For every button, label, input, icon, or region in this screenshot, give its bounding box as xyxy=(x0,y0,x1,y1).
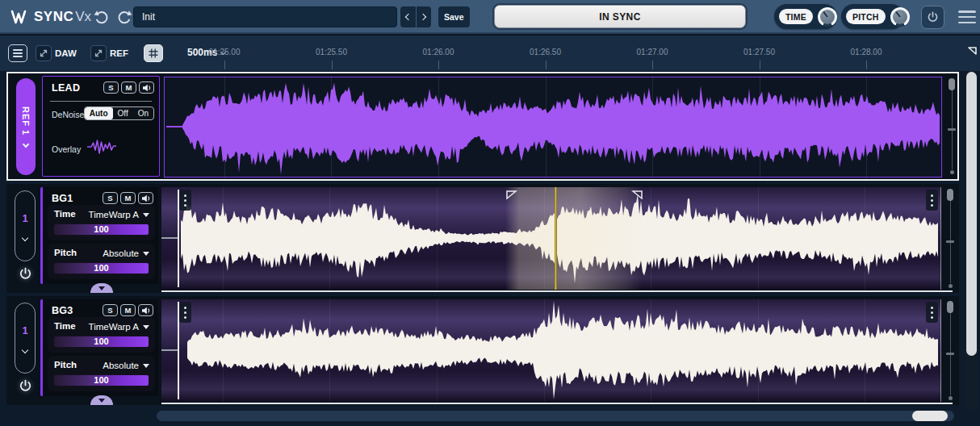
solo-button[interactable]: S xyxy=(103,304,118,316)
grid-snap-button[interactable] xyxy=(144,44,163,62)
ruler-tick-label: 01:28.00 xyxy=(834,48,898,56)
dropdown-triangle-icon[interactable] xyxy=(143,325,149,329)
slider-thumb[interactable] xyxy=(947,301,953,313)
overlay-waveform-icon[interactable] xyxy=(86,139,117,158)
bg3-waveform xyxy=(161,299,941,402)
clip-drag-handle[interactable] xyxy=(926,190,938,211)
slider-center-mark xyxy=(946,240,954,243)
bg1-header-panel: BG1 S M Time TimeWarp A 100 xyxy=(40,187,158,284)
bg1-waveform-area[interactable] xyxy=(161,187,941,290)
bg3-zoom-slider[interactable] xyxy=(944,301,956,400)
divider xyxy=(50,101,152,102)
ref1-waveform xyxy=(163,76,943,178)
time-toggle-button[interactable]: TIME xyxy=(779,9,813,24)
denoise-option-auto[interactable]: Auto xyxy=(85,107,113,119)
slider-thumb[interactable] xyxy=(949,78,955,90)
sync-status-button[interactable]: IN SYNC xyxy=(494,5,746,28)
solo-button[interactable]: S xyxy=(103,81,119,94)
ruler-tick-label: 01:27.00 xyxy=(620,48,685,56)
horizontal-scrollbar-thumb[interactable] xyxy=(912,411,948,421)
ruler-tick-mark xyxy=(866,61,867,69)
bg3-waveform-area[interactable] xyxy=(161,299,941,402)
overlay-label: Overlay xyxy=(52,144,81,154)
sync-to-ref-button[interactable]: REF xyxy=(90,45,128,61)
bg1-zoom-slider[interactable] xyxy=(944,189,956,288)
track-list-button[interactable] xyxy=(8,44,27,62)
track-name: LEAD xyxy=(52,82,80,94)
bg3-rail-expander[interactable]: 1 xyxy=(15,303,36,374)
time-amount-slider[interactable]: 100 xyxy=(53,223,149,236)
region-start-flag[interactable] xyxy=(505,189,517,199)
time-mode-dropdown[interactable]: TimeWarp A xyxy=(89,210,139,219)
track-name: BG1 xyxy=(52,193,73,204)
track-buttons: S M xyxy=(103,81,154,94)
time-knob[interactable] xyxy=(818,7,837,27)
bg1-power-toggle[interactable] xyxy=(19,267,32,281)
mute-button[interactable]: M xyxy=(120,192,136,204)
slider-track xyxy=(950,195,951,283)
pitch-mode-dropdown[interactable]: Absolute xyxy=(103,248,139,258)
solo-button[interactable]: S xyxy=(103,192,118,204)
pitch-mode-dropdown[interactable]: Absolute xyxy=(103,361,139,370)
denoise-option-off[interactable]: Off xyxy=(113,107,133,119)
bg3-power-toggle[interactable] xyxy=(19,379,32,393)
dropdown-triangle-icon[interactable] xyxy=(143,364,149,368)
slider-center-mark xyxy=(948,128,956,131)
bg3-expand-tab[interactable] xyxy=(90,395,113,405)
pitch-amount-slider[interactable]: 100 xyxy=(53,262,149,274)
dropdown-triangle-icon[interactable] xyxy=(143,252,149,256)
swap-arrows-icon xyxy=(36,45,52,61)
listen-button[interactable] xyxy=(138,304,153,316)
redo-icon[interactable] xyxy=(115,10,132,24)
denoise-segmented-control: Auto Off On xyxy=(84,106,154,120)
listen-button[interactable] xyxy=(138,192,153,204)
bg3-header-panel: BG3 S M Time TimeWarp A 100 xyxy=(40,299,158,396)
horizontal-scrollbar[interactable] xyxy=(157,411,954,421)
ruler-tick-mark xyxy=(652,61,653,69)
time-amount-value: 100 xyxy=(54,224,149,235)
bg1-expand-tab[interactable] xyxy=(90,283,113,293)
slider-thumb[interactable] xyxy=(947,189,953,201)
vertical-scrollbar-thumb[interactable] xyxy=(966,72,977,356)
time-label: Time xyxy=(54,209,76,219)
clip-drag-handle[interactable] xyxy=(179,302,191,323)
clip-drag-handle[interactable] xyxy=(179,190,191,211)
mute-button[interactable]: M xyxy=(120,304,136,316)
denoise-option-on[interactable]: On xyxy=(133,107,153,119)
mute-button[interactable]: M xyxy=(121,81,136,94)
preset-next-button[interactable] xyxy=(416,6,432,27)
ref1-rail-expander[interactable]: REF 1 xyxy=(16,78,36,175)
time-amount-slider[interactable]: 100 xyxy=(53,336,149,348)
pitch-knob[interactable] xyxy=(890,7,910,27)
slider-track xyxy=(952,85,953,169)
playhead-cursor[interactable] xyxy=(555,187,557,290)
power-icon xyxy=(19,379,32,393)
brand-suffix: Vx xyxy=(75,9,91,25)
ref1-zoom-slider[interactable] xyxy=(946,78,957,174)
save-button[interactable]: Save xyxy=(438,6,470,27)
ref1-waveform-area[interactable] xyxy=(163,76,943,178)
ruler-timeline[interactable]: DAW REF 500ms 01:25.0001:25.5001:26.0001… xyxy=(0,34,980,71)
preset-name-input[interactable] xyxy=(133,6,397,27)
time-mode-dropdown[interactable]: TimeWarp A xyxy=(89,322,139,332)
ref-label: REF xyxy=(110,48,128,58)
marker-flag-icon[interactable] xyxy=(965,45,978,58)
vertical-scrollbar[interactable] xyxy=(965,72,978,413)
listen-button[interactable] xyxy=(139,81,154,94)
menu-hamburger-button[interactable] xyxy=(958,10,976,23)
clip-drag-handle[interactable] xyxy=(926,302,938,323)
app-window: SYNC Vx Save IN SYNC TIME PITCH xyxy=(0,0,980,426)
dropdown-triangle-icon[interactable] xyxy=(143,213,149,217)
sync-to-daw-button[interactable]: DAW xyxy=(36,45,77,61)
region-end-flag[interactable] xyxy=(631,189,643,199)
bg1-rail-expander[interactable]: 1 xyxy=(15,190,36,261)
track-name: BG3 xyxy=(52,305,73,316)
ruler-tick-mark xyxy=(224,61,225,69)
pitch-toggle-button[interactable]: PITCH xyxy=(846,9,886,24)
bypass-power-button[interactable] xyxy=(921,6,944,29)
pitch-amount-slider[interactable]: 100 xyxy=(53,374,149,386)
preset-prev-button[interactable] xyxy=(400,6,416,27)
pitch-amount-value: 100 xyxy=(54,263,149,274)
undo-icon[interactable] xyxy=(94,10,111,24)
pitch-label: Pitch xyxy=(54,248,77,257)
